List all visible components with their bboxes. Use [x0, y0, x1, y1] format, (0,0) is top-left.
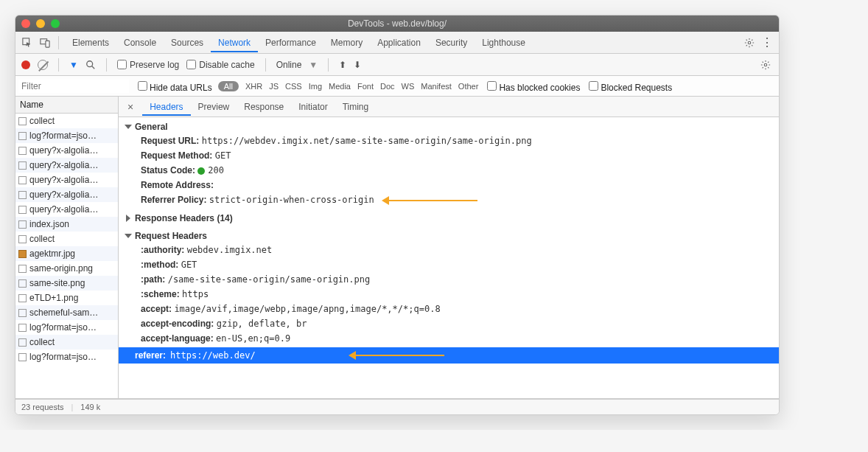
status-code-label: Status Code:	[141, 165, 195, 175]
file-icon	[18, 250, 27, 258]
request-row[interactable]: collect	[15, 114, 118, 128]
request-name: query?x-algolia…	[29, 160, 98, 170]
name-column-header[interactable]: Name	[15, 97, 118, 114]
referrer-policy-value: strict-origin-when-cross-origin	[209, 195, 374, 205]
clear-button[interactable]	[38, 60, 48, 70]
detail-tab-response[interactable]: Response	[237, 98, 291, 116]
inspect-icon[interactable]	[20, 35, 35, 50]
file-icon	[18, 176, 27, 184]
disable-cache-checkbox[interactable]: Disable cache	[186, 60, 254, 70]
request-name: eTLD+1.png	[29, 293, 78, 303]
svg-point-3	[748, 41, 751, 44]
hide-data-urls-checkbox[interactable]: Hide data URLs	[135, 79, 212, 93]
authority-value: webdev.imgix.net	[187, 245, 273, 255]
has-blocked-cookies-label: Has blocked cookies	[499, 83, 580, 93]
type-filter-font[interactable]: Font	[357, 82, 374, 91]
window-title: DevTools - web.dev/blog/	[15, 18, 779, 29]
disclosure-triangle-icon	[125, 125, 132, 129]
file-icon	[18, 206, 27, 214]
tab-memory[interactable]: Memory	[323, 33, 370, 52]
tab-elements[interactable]: Elements	[65, 33, 116, 52]
throttling-select[interactable]: Online	[276, 60, 302, 70]
file-icon	[18, 117, 27, 125]
request-name: index.json	[29, 219, 69, 229]
request-headers-toggle[interactable]: Request Headers	[125, 229, 773, 243]
type-filter-all[interactable]: All	[218, 81, 239, 91]
network-settings-icon[interactable]	[758, 58, 773, 72]
minimize-window-button[interactable]	[36, 19, 45, 28]
type-filter-doc[interactable]: Doc	[380, 82, 395, 91]
upload-icon[interactable]: ⬆	[339, 60, 346, 70]
request-row[interactable]: query?x-algolia…	[15, 158, 118, 173]
close-detail-icon[interactable]: ×	[122, 101, 139, 113]
response-headers-toggle[interactable]: Response Headers (14)	[125, 212, 773, 225]
status-code-value: 200	[208, 165, 224, 175]
detail-tab-preview[interactable]: Preview	[191, 98, 237, 116]
accept-encoding-label: accept-encoding:	[141, 319, 214, 329]
more-icon[interactable]: ⋮	[760, 35, 774, 50]
path-value: /same-site-same-origin/same-origin.png	[168, 274, 371, 285]
general-section-toggle[interactable]: General	[125, 120, 773, 133]
request-row[interactable]: schemeful-sam…	[15, 305, 118, 320]
request-row[interactable]: query?x-algolia…	[15, 173, 118, 187]
request-row[interactable]: collect	[15, 232, 118, 246]
download-icon[interactable]: ⬇	[354, 60, 361, 70]
request-row[interactable]: eTLD+1.png	[15, 291, 118, 305]
record-button[interactable]	[21, 60, 30, 69]
request-row[interactable]: query?x-algolia…	[15, 202, 118, 217]
request-row[interactable]: same-site.png	[15, 276, 118, 291]
request-row[interactable]: log?format=jso…	[15, 128, 118, 143]
search-icon[interactable]	[85, 60, 96, 70]
tab-application[interactable]: Application	[370, 33, 428, 52]
request-detail-panel: × HeadersPreviewResponseInitiatorTiming …	[119, 97, 779, 398]
device-toggle-icon[interactable]	[38, 35, 52, 50]
request-name: query?x-algolia…	[29, 190, 98, 200]
type-filter-css[interactable]: CSS	[285, 82, 302, 91]
tab-lighthouse[interactable]: Lighthouse	[475, 33, 533, 52]
tab-security[interactable]: Security	[428, 33, 475, 52]
file-icon	[18, 161, 27, 170]
request-row[interactable]: collect	[15, 335, 118, 350]
type-filter-js[interactable]: JS	[269, 82, 279, 91]
request-name: log?format=jso…	[29, 131, 97, 141]
type-filter-manifest[interactable]: Manifest	[421, 82, 452, 91]
zoom-window-button[interactable]	[51, 19, 60, 28]
type-filter-ws[interactable]: WS	[402, 82, 415, 91]
blocked-requests-checkbox[interactable]: Blocked Requests	[586, 79, 672, 93]
tab-sources[interactable]: Sources	[164, 33, 211, 52]
filter-toggle-icon[interactable]: ▼	[69, 60, 78, 70]
referer-row-highlighted: referer: https://web.dev/	[119, 347, 779, 364]
type-filter-xhr[interactable]: XHR	[245, 82, 262, 91]
detail-tab-timing[interactable]: Timing	[335, 98, 377, 116]
annotation-arrow-icon	[389, 200, 477, 201]
request-row[interactable]: agektmr.jpg	[15, 246, 118, 261]
tab-performance[interactable]: Performance	[258, 33, 323, 52]
preserve-log-checkbox[interactable]: Preserve log	[117, 60, 179, 70]
request-url-value: https://webdev.imgix.net/same-site-same-…	[202, 136, 532, 146]
type-filter-other[interactable]: Other	[458, 82, 479, 91]
request-row[interactable]: log?format=jso…	[15, 350, 118, 364]
request-name: collect	[29, 337, 55, 347]
request-row[interactable]: query?x-algolia…	[15, 143, 118, 158]
settings-icon[interactable]	[742, 35, 757, 50]
request-row[interactable]: index.json	[15, 217, 118, 232]
referrer-policy-label: Referrer Policy:	[141, 195, 206, 205]
devtools-tabs: ElementsConsoleSourcesNetworkPerformance…	[15, 32, 779, 54]
throttling-chevron-icon[interactable]: ▼	[309, 60, 318, 70]
has-blocked-cookies-checkbox[interactable]: Has blocked cookies	[484, 79, 580, 93]
tab-network[interactable]: Network	[211, 33, 258, 52]
request-name: agektmr.jpg	[29, 248, 75, 259]
type-filter-img[interactable]: Img	[309, 82, 322, 91]
section-title: Response Headers (14)	[135, 213, 233, 223]
type-filter-media[interactable]: Media	[329, 82, 351, 91]
filter-input[interactable]	[18, 80, 129, 93]
detail-tab-initiator[interactable]: Initiator	[291, 98, 335, 116]
blocked-requests-label: Blocked Requests	[601, 83, 672, 93]
request-row[interactable]: same-origin.png	[15, 261, 118, 276]
close-window-button[interactable]	[21, 19, 30, 28]
detail-tab-headers[interactable]: Headers	[142, 98, 190, 116]
tab-console[interactable]: Console	[116, 33, 164, 52]
authority-label: :authority:	[141, 245, 184, 255]
request-row[interactable]: query?x-algolia…	[15, 187, 118, 202]
request-row[interactable]: log?format=jso…	[15, 320, 118, 335]
